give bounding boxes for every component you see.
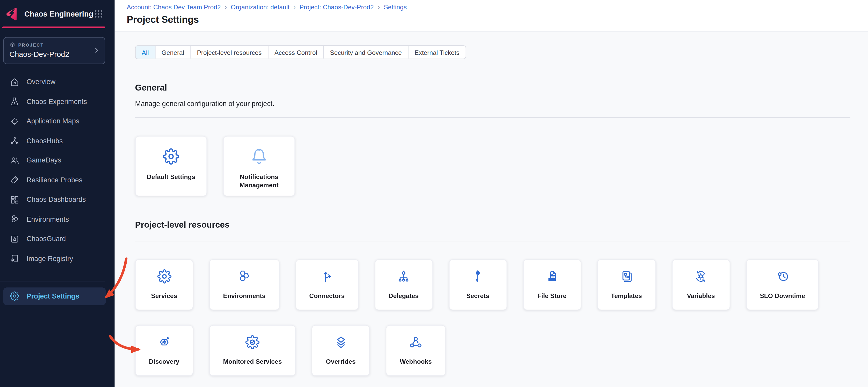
brand-title: Chaos Engineering	[24, 9, 93, 18]
project-selector-label: PROJECT	[19, 42, 44, 47]
card-file-store[interactable]: File Store	[523, 259, 581, 310]
sidebar-item-label: Project Settings	[27, 292, 79, 300]
breadcrumb-separator: ›	[225, 3, 227, 11]
card-templates[interactable]: Templates	[597, 259, 656, 310]
card-label: Webhooks	[395, 358, 436, 366]
cube-icon	[9, 42, 16, 48]
resources-cards-row-2: Discovery Monitored Services Overrides W…	[135, 325, 850, 376]
hexagon-gear-icon	[157, 335, 172, 352]
tab-external-tickets[interactable]: External Tickets	[408, 46, 466, 59]
users-icon	[10, 156, 19, 165]
sidebar-item-label: Chaos Experiments	[27, 98, 87, 106]
card-notifications-management[interactable]: Notifications Management	[223, 136, 295, 196]
main-area: Account: Chaos Dev Team Prod2 › Organiza…	[115, 0, 868, 387]
page-header: Account: Chaos Dev Team Prod2 › Organiza…	[115, 0, 868, 32]
gear-icon	[10, 291, 19, 301]
app-root: Chaos Engineering PROJECT Chaos-Dev-Prod…	[0, 0, 868, 387]
tab-all[interactable]: All	[136, 46, 155, 59]
key-icon	[470, 269, 485, 286]
tab-access-control[interactable]: Access Control	[268, 46, 324, 59]
card-slo-downtime[interactable]: SLO Downtime	[746, 259, 819, 310]
sidebar-item-chaoshubs[interactable]: ChaosHubs	[0, 131, 115, 151]
project-selector[interactable]: PROJECT Chaos-Dev-Prod2	[3, 37, 105, 64]
breadcrumb-separator: ›	[293, 3, 296, 11]
breadcrumb-project[interactable]: Project: Chaos-Dev-Prod2	[299, 4, 374, 11]
card-label: Monitored Services	[219, 358, 286, 366]
card-environments[interactable]: Environments	[209, 259, 279, 310]
card-monitored-services[interactable]: Monitored Services	[209, 325, 296, 376]
module-grid-icon[interactable]	[93, 9, 103, 19]
card-label: SLO Downtime	[755, 292, 809, 300]
card-label: Variables	[683, 292, 719, 300]
sidebar-item-application-maps[interactable]: Application Maps	[0, 111, 115, 131]
sidebar-item-resilience-probes[interactable]: Resilience Probes	[0, 170, 115, 190]
card-default-settings[interactable]: Default Settings	[135, 136, 207, 196]
section-divider	[135, 117, 850, 118]
breadcrumb-account[interactable]: Account: Chaos Dev Team Prod2	[127, 4, 221, 11]
org-tree-icon	[397, 269, 411, 286]
bell-icon	[251, 148, 267, 167]
dashboard-icon	[10, 195, 19, 204]
brand-header: Chaos Engineering	[0, 0, 115, 27]
breadcrumb-settings[interactable]: Settings	[384, 4, 407, 11]
sidebar-item-chaosguard[interactable]: ChaosGuard	[0, 229, 115, 249]
tab-project-level-resources[interactable]: Project-level resources	[191, 46, 268, 59]
split-arrows-icon	[320, 269, 334, 286]
card-label: File Store	[533, 292, 571, 300]
card-delegates[interactable]: Delegates	[374, 259, 432, 310]
project-selector-name: Chaos-Dev-Prod2	[9, 50, 90, 59]
card-label: Environments	[219, 292, 270, 300]
card-overrides[interactable]: Overrides	[312, 325, 370, 376]
sidebar-item-image-registry[interactable]: Image Registry	[0, 249, 115, 269]
sidebar-item-label: Overview	[27, 78, 55, 86]
gear-check-icon	[245, 335, 260, 352]
sidebar-nav: Overview Chaos Experiments Application M…	[0, 72, 115, 305]
section-title-project-level-resources: Project-level resources	[135, 220, 850, 230]
network-icon	[10, 136, 19, 145]
section-title-general: General	[135, 83, 850, 93]
hexagons-icon	[10, 215, 19, 224]
card-secrets[interactable]: Secrets	[449, 259, 507, 310]
sidebar-item-project-settings[interactable]: Project Settings	[3, 287, 106, 305]
tab-general[interactable]: General	[155, 46, 191, 59]
card-variables[interactable]: Variables	[672, 259, 730, 310]
sidebar-item-label: Application Maps	[27, 117, 80, 125]
card-label: Default Settings	[140, 173, 202, 181]
chaos-engineering-logo	[4, 6, 20, 22]
card-discovery[interactable]: Discovery	[135, 325, 193, 376]
sidebar-item-overview[interactable]: Overview	[0, 72, 115, 92]
sidebar-item-gamedays[interactable]: GameDays	[0, 151, 115, 171]
tab-security-and-governance[interactable]: Security and Governance	[324, 46, 409, 59]
webhook-icon	[409, 335, 423, 352]
sidebar-item-environments[interactable]: Environments	[0, 210, 115, 229]
card-label: Overrides	[321, 358, 360, 366]
section-divider	[135, 242, 850, 242]
sidebar-item-chaos-dashboards[interactable]: Chaos Dashboards	[0, 190, 115, 210]
sidebar-item-label: Chaos Dashboards	[27, 196, 86, 204]
sidebar-item-label: ChaosHubs	[27, 137, 63, 145]
sidebar-item-label: ChaosGuard	[27, 235, 66, 243]
layers-icon	[334, 335, 348, 352]
resources-cards-row-1: Services Environments Connectors Delegat…	[135, 259, 850, 310]
brand-accent-rule	[2, 27, 105, 28]
gear-icon	[163, 148, 180, 167]
card-connectors[interactable]: Connectors	[296, 259, 359, 310]
page-title: Project Settings	[127, 14, 868, 25]
card-webhooks[interactable]: Webhooks	[386, 325, 446, 376]
card-services[interactable]: Services	[135, 259, 193, 310]
sidebar-item-chaos-experiments[interactable]: Chaos Experiments	[0, 92, 115, 111]
breadcrumb-organization[interactable]: Organization: default	[231, 4, 289, 11]
target-icon	[10, 117, 19, 126]
card-label: Notifications Management	[224, 173, 295, 189]
template-stack-icon	[619, 269, 634, 286]
home-icon	[10, 77, 19, 87]
breadcrumb-separator: ›	[377, 3, 380, 11]
clock-badge-icon	[775, 269, 790, 286]
flask-icon	[10, 97, 19, 106]
sidebar-item-label: Environments	[27, 215, 69, 223]
sidebar-item-label: Resilience Probes	[27, 176, 82, 184]
gear-refresh-icon	[694, 269, 708, 286]
page-content: All General Project-level resources Acce…	[115, 32, 868, 376]
hexagons-icon	[237, 269, 252, 286]
breadcrumb: Account: Chaos Dev Team Prod2 › Organiza…	[127, 0, 868, 11]
